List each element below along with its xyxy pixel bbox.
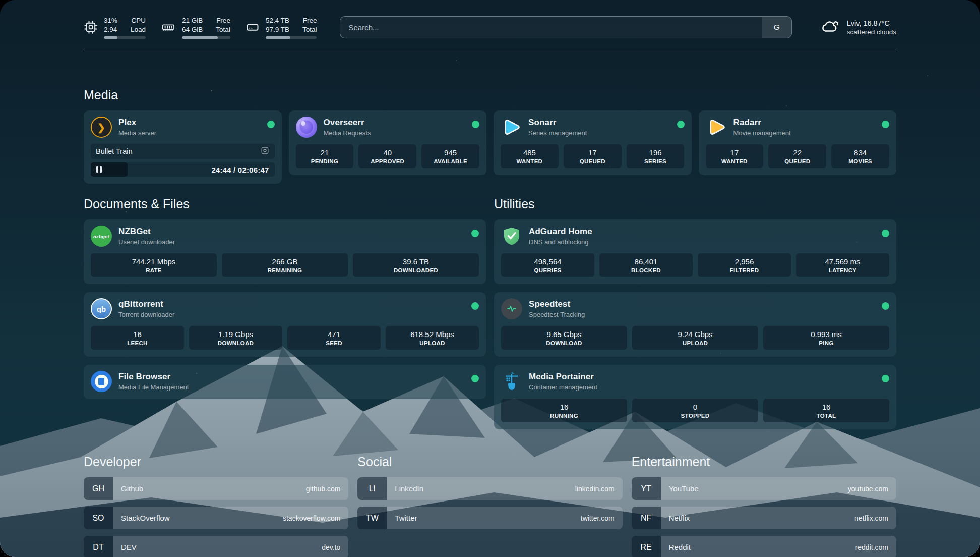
stat-value: 22 <box>769 148 825 157</box>
stat-label: UPLOAD <box>387 340 478 346</box>
service-name: Speedtest <box>529 299 585 309</box>
bookmark-name: Github <box>121 484 143 493</box>
bookmark-dev[interactable]: DT DEV dev.to <box>84 536 348 557</box>
service-description: Media File Management <box>118 383 189 391</box>
disk-icon <box>246 20 260 34</box>
stat-value: 744.21 Mbps <box>92 257 216 266</box>
stat-value: 9.24 Gbps <box>633 330 757 339</box>
bookmark-linkedin[interactable]: LI LinkedIn linkedin.com <box>357 477 622 500</box>
bookmark-stackoverflow[interactable]: SO StackOverflow stackoverflow.com <box>84 507 348 529</box>
weather-widget[interactable]: Lviv, 16.87°C scattered clouds <box>820 18 896 36</box>
status-dot <box>882 121 889 128</box>
cpu-progress-fill <box>104 36 117 39</box>
bookmark-url: twitter.com <box>581 514 615 522</box>
plex-icon: ❯ <box>91 117 112 138</box>
stat-block: 834 MOVIES <box>831 144 889 168</box>
disk-progress-bar <box>266 36 317 39</box>
portainer-card[interactable]: Media Portainer Container management 16 … <box>494 365 896 429</box>
section-title-documents: Documents & Files <box>84 197 486 211</box>
search-provider-button[interactable]: G <box>762 17 791 38</box>
status-dot <box>471 375 479 382</box>
cpu-value-bottom: 2.94 <box>104 25 117 34</box>
nzbget-card[interactable]: nzbget NZBGet Usenet downloader 744.21 M… <box>84 219 486 284</box>
bookmark-url: dev.to <box>322 543 340 551</box>
stat-value: 266 GB <box>223 257 347 266</box>
memory-value-top: 21 GiB <box>182 16 203 25</box>
stat-block: 17 WANTED <box>706 144 764 168</box>
pause-icon <box>96 166 102 173</box>
stat-value: 17 <box>707 148 763 157</box>
cpu-label-top: CPU <box>131 16 146 25</box>
bookmark-abbr: GH <box>84 477 113 500</box>
bookmark-abbr: DT <box>84 536 113 557</box>
top-bar: 31% CPU 2.94 Load <box>84 0 896 39</box>
disk-value-bottom: 97.9 TB <box>266 25 289 34</box>
adguard-card[interactable]: AdGuard Home DNS and adblocking 498,564 … <box>494 219 896 284</box>
bookmark-abbr: SO <box>84 507 113 529</box>
stat-block: 498,564 QUERIES <box>501 253 594 277</box>
stat-label: DOWNLOAD <box>502 340 626 346</box>
bookmark-youtube[interactable]: YT YouTube youtube.com <box>632 477 896 500</box>
search-input[interactable] <box>340 17 762 38</box>
stat-block: 0 STOPPED <box>632 399 758 422</box>
section-title-social: Social <box>357 455 622 469</box>
service-name: Plex <box>118 118 156 128</box>
stat-value: 618.52 Mbps <box>387 330 478 339</box>
cpu-icon <box>84 20 98 34</box>
documents-column: Documents & Files nzbget NZBGet Usenet d… <box>84 197 486 437</box>
radarr-card[interactable]: Radarr Movie management 17 WANTED 22 QUE… <box>699 110 897 175</box>
speedtest-card[interactable]: Speedtest Speedtest Tracking 9.65 Gbps D… <box>494 292 896 357</box>
stat-label: RATE <box>92 267 216 273</box>
filebrowser-card[interactable]: File Browser Media File Management <box>84 365 486 399</box>
bookmark-url: linkedin.com <box>575 485 615 493</box>
bookmark-abbr: NF <box>632 507 661 529</box>
bookmark-url: netflix.com <box>854 514 888 522</box>
stat-label: WANTED <box>502 158 558 164</box>
stat-value: 17 <box>565 148 621 157</box>
plex-card[interactable]: ❯ Plex Media server Bullet Train <box>84 110 282 184</box>
playback-time: 24:44 / 02:06:47 <box>211 165 274 174</box>
stat-block: 47.569 ms LATENCY <box>796 253 889 277</box>
bookmark-netflix[interactable]: NF Netflix netflix.com <box>632 507 896 529</box>
qbittorrent-card[interactable]: qb qBittorrent Torrent downloader 16 LEE… <box>84 292 486 357</box>
stat-block: 618.52 Mbps UPLOAD <box>386 326 479 350</box>
stat-value: 16 <box>92 330 183 339</box>
nzbget-icon: nzbget <box>91 226 112 247</box>
sonarr-icon <box>501 117 522 138</box>
disk-label-bottom: Total <box>302 25 317 34</box>
disk-label-top: Free <box>302 16 317 25</box>
media-grid: ❯ Plex Media server Bullet Train <box>84 110 896 184</box>
now-playing-row: Bullet Train <box>91 144 275 159</box>
stat-block: 1.19 Gbps DOWNLOAD <box>189 326 282 350</box>
stat-label: QUEUED <box>565 158 621 164</box>
sonarr-card[interactable]: Sonarr Series management 485 WANTED 17 Q… <box>494 110 692 175</box>
bookmark-twitter[interactable]: TW Twitter twitter.com <box>357 507 622 529</box>
status-dot <box>882 230 889 237</box>
service-description: Movie management <box>733 129 791 137</box>
stat-value: 47.569 ms <box>797 257 888 266</box>
qbittorrent-icon: qb <box>91 298 112 319</box>
service-description: Speedtest Tracking <box>529 311 585 318</box>
search-bar: G <box>340 16 791 38</box>
stat-block: 2,956 FILTERED <box>698 253 791 277</box>
bookmark-github[interactable]: GH Github github.com <box>84 477 348 500</box>
stat-block: 0.993 ms PING <box>763 326 889 350</box>
bookmark-reddit[interactable]: RE Reddit reddit.com <box>632 536 896 557</box>
stat-label: AVAILABLE <box>422 158 478 164</box>
overseerr-card[interactable]: Overseerr Media Requests 21 PENDING 40 A… <box>289 110 487 175</box>
service-name: File Browser <box>118 372 189 382</box>
stat-value: 196 <box>628 148 684 157</box>
status-dot <box>267 121 275 128</box>
service-name: Radarr <box>733 118 791 128</box>
memory-label-bottom: Total <box>216 25 230 34</box>
bookmark-group-entertainment: Entertainment YT YouTube youtube.com NF … <box>632 455 896 557</box>
service-description: Container management <box>529 383 597 391</box>
stat-value: 471 <box>288 330 380 339</box>
stat-label: SEED <box>288 340 380 346</box>
bookmark-abbr: YT <box>632 477 661 500</box>
service-name: Sonarr <box>528 118 587 128</box>
stat-label: PING <box>764 340 888 346</box>
stat-value: 16 <box>764 403 888 411</box>
stat-value: 485 <box>502 148 558 157</box>
stat-block: 266 GB REMAINING <box>222 253 348 277</box>
